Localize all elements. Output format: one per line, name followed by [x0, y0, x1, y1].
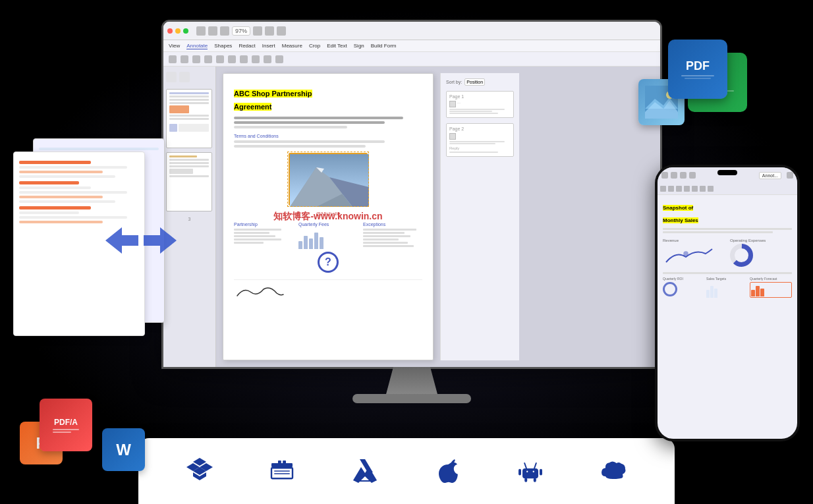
svg-rect-22 — [274, 470, 290, 472]
text-annot-icon[interactable] — [169, 55, 177, 63]
phone-rect-icon[interactable] — [676, 186, 682, 192]
phone-screen: Annot... Snapshot of Monthly Sales R — [658, 167, 797, 439]
revenue-label: Revenue — [663, 238, 725, 242]
underline-icon[interactable] — [192, 55, 200, 63]
highlight-icon[interactable] — [181, 55, 188, 63]
toolbar-icons: 97% — [196, 26, 656, 36]
fit-page-icon[interactable] — [277, 26, 286, 36]
phone-undo-icon[interactable] — [692, 186, 698, 192]
svg-point-38 — [526, 471, 528, 472]
svg-marker-3 — [329, 177, 369, 207]
sort-by-label: Sort by: — [446, 80, 462, 84]
svg-marker-4 — [316, 167, 324, 173]
stamp-icon[interactable] — [228, 55, 236, 63]
redo-icon[interactable] — [275, 55, 283, 63]
color-icon[interactable] — [240, 55, 248, 63]
menu-edit-text[interactable]: Edit Text — [327, 43, 347, 49]
quarterly-roi-label: Quarterly ROI — [663, 277, 705, 281]
phone-annot-mode-icon[interactable] — [680, 172, 687, 179]
phone-highlight-line1: Snapshot of — [663, 205, 693, 211]
minimize-dot — [175, 28, 181, 34]
zoom-out-icon[interactable] — [253, 26, 262, 36]
word-letter: W — [116, 441, 131, 459]
menu-crop[interactable]: Crop — [309, 43, 320, 49]
sidebar-toggle-icon[interactable] — [196, 26, 206, 36]
sidebar-icon[interactable] — [166, 72, 177, 82]
page2-label: Page 2 — [449, 126, 511, 131]
phone-crop-icon[interactable] — [668, 186, 674, 192]
roi-donut — [663, 282, 677, 296]
pdf-label: PDF — [686, 59, 710, 73]
scanner-icon[interactable] — [269, 458, 295, 484]
f-bar-1 — [751, 290, 755, 296]
font-color-icon[interactable] — [252, 55, 260, 63]
phone-redo-icon[interactable] — [700, 186, 706, 192]
document-title-line2: Agreement — [234, 103, 271, 111]
menu-measure[interactable]: Measure — [282, 43, 302, 49]
google-drive-icon[interactable] — [352, 458, 378, 484]
phone-line-1 — [663, 228, 792, 230]
phone-menu-icon[interactable] — [661, 172, 668, 179]
exceptions-label: Exceptions — [363, 222, 422, 227]
menu-annotate[interactable]: Annotate — [186, 43, 208, 49]
document-title-line1: ABC Shop Partnership — [234, 90, 312, 98]
integrations-bar — [138, 438, 675, 504]
sort-bar: Sort by: Position — [446, 78, 514, 86]
zoom-in-icon[interactable] — [265, 26, 274, 36]
phone-charts-section: Revenue Operating Expenses — [663, 238, 792, 269]
sales-bar-chart — [706, 282, 748, 298]
phone-device: Annot... Snapshot of Monthly Sales R — [655, 165, 800, 441]
cloud-icon[interactable] — [600, 458, 627, 484]
zoom-level[interactable]: 97% — [232, 26, 250, 36]
phone-more-icon[interactable] — [787, 172, 793, 179]
pdf-right-panel: Sort by: Position Page 1 ··· — [440, 73, 519, 360]
undo-icon[interactable] — [264, 55, 271, 63]
right-thumb-2[interactable]: Page 2 Reply — [446, 123, 514, 157]
phone-pdf-content: Snapshot of Monthly Sales Revenue Operat… — [658, 195, 797, 303]
phone-title-block: Snapshot of Monthly Sales — [663, 200, 792, 225]
phone-back-icon[interactable] — [708, 186, 714, 192]
menu-view[interactable]: View — [169, 43, 180, 49]
dropbox-icon[interactable] — [186, 458, 213, 484]
right-thumb-1[interactable]: Page 1 ··· — [446, 91, 514, 118]
s-bar-1 — [706, 290, 710, 298]
apple-icon[interactable] — [435, 458, 461, 484]
android-icon[interactable] — [517, 458, 544, 484]
svg-rect-34 — [519, 469, 521, 476]
menu-redact[interactable]: Redact — [238, 43, 255, 49]
phone-highlight-line2: Monthly Sales — [663, 217, 698, 223]
sales-targets-cell: Sales Targets — [706, 277, 748, 298]
pdf-badge-top: PDF — [668, 40, 727, 99]
menu-shapes[interactable]: Shapes — [214, 43, 232, 49]
exceptions-lines — [363, 229, 422, 247]
menu-insert[interactable]: Insert — [262, 43, 275, 49]
watermark-text: 知软博客-www.knowin.cn — [273, 211, 382, 223]
position-select[interactable]: Position — [464, 78, 485, 86]
phone-select-icon[interactable] — [689, 172, 696, 179]
content-line-2 — [234, 121, 385, 124]
phone-type-icon[interactable] — [684, 186, 690, 192]
sidebar-list-icon[interactable] — [179, 72, 190, 82]
svg-point-11 — [684, 252, 688, 256]
svg-marker-5 — [105, 227, 138, 254]
maximize-dot — [183, 28, 188, 34]
operating-expenses-label: Operating Expenses — [730, 238, 792, 242]
exceptions-col: Exceptions — [363, 222, 422, 273]
forecast-bar-chart — [750, 282, 792, 298]
menu-sign[interactable]: Sign — [354, 43, 364, 49]
phone-page-icon[interactable] — [671, 172, 677, 179]
pdfa-line-2 — [53, 432, 71, 433]
strikethrough-icon[interactable] — [204, 55, 212, 63]
pdfa-line-1 — [53, 429, 79, 430]
draw-icon[interactable] — [216, 55, 224, 63]
phone-annot-label[interactable]: Annot... — [759, 172, 781, 179]
continuous-view-icon[interactable] — [220, 26, 229, 36]
phone-bottom-charts: Quarterly ROI Sales Targets Quarterly Fo… — [663, 277, 792, 298]
pdf-line-2 — [685, 78, 711, 79]
page-view-icon[interactable] — [208, 26, 217, 36]
pdf-line — [681, 75, 714, 76]
svg-rect-23 — [274, 473, 290, 474]
phone-text-icon[interactable] — [660, 186, 666, 192]
conversion-arrows — [99, 227, 183, 254]
menu-build-form[interactable]: Build Form — [371, 43, 397, 49]
